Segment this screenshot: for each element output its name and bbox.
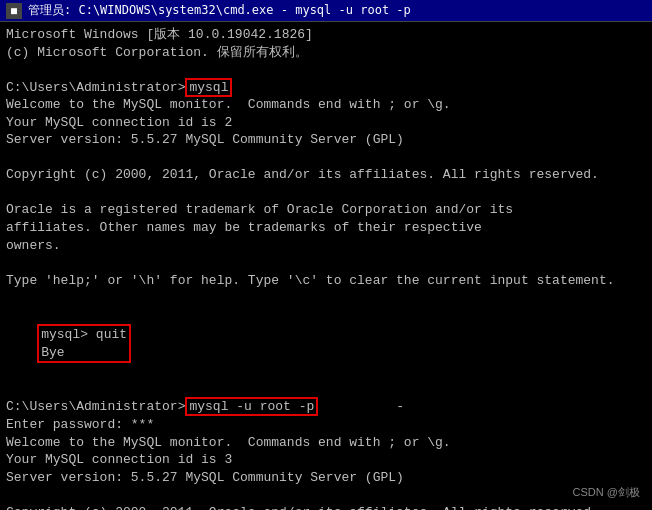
line-17-block: mysql> quitBye: [6, 307, 646, 381]
line-5: Welcome to the MySQL monitor. Commands e…: [6, 96, 646, 114]
title-bar: ■ 管理员: C:\WINDOWS\system32\cmd.exe - mys…: [0, 0, 652, 22]
cmd-mysql-u-root-highlight: mysql -u root -p: [185, 397, 318, 416]
line-3: [6, 61, 646, 79]
line-24: [6, 486, 646, 504]
title-text: 管理员: C:\WINDOWS\system32\cmd.exe - mysql…: [28, 2, 646, 19]
line-19: C:\Users\Administrator>mysql -u root -p …: [6, 398, 646, 416]
line-20: Enter password: ***: [6, 416, 646, 434]
line-25: Copyright (c) 2000, 2011, Oracle and/or …: [6, 504, 646, 510]
line-11: Oracle is a registered trademark of Orac…: [6, 201, 646, 219]
line-18: [6, 381, 646, 399]
line-10: [6, 184, 646, 202]
line-7: Server version: 5.5.27 MySQL Community S…: [6, 131, 646, 149]
line-21: Welcome to the MySQL monitor. Commands e…: [6, 434, 646, 452]
line-22: Your MySQL connection id is 3: [6, 451, 646, 469]
line-9: Copyright (c) 2000, 2011, Oracle and/or …: [6, 166, 646, 184]
line-6: Your MySQL connection id is 2: [6, 114, 646, 132]
line-8: [6, 149, 646, 167]
line-1: Microsoft Windows [版本 10.0.19042.1826]: [6, 26, 646, 44]
line-23: Server version: 5.5.27 MySQL Community S…: [6, 469, 646, 487]
cmd-mysql-highlight: mysql: [185, 78, 232, 97]
line-13: owners.: [6, 237, 646, 255]
line-12: affiliates. Other names may be trademark…: [6, 219, 646, 237]
quit-block: mysql> quitBye: [37, 324, 131, 363]
line-2: (c) Microsoft Corporation. 保留所有权利。: [6, 44, 646, 62]
line-15: Type 'help;' or '\h' for help. Type '\c'…: [6, 272, 646, 290]
line-4: C:\Users\Administrator>mysql: [6, 79, 646, 97]
title-icon: ■: [6, 3, 22, 19]
line-16: [6, 289, 646, 307]
terminal: Microsoft Windows [版本 10.0.19042.1826] (…: [0, 22, 652, 510]
watermark: CSDN @剑极: [573, 485, 640, 500]
line-14: [6, 254, 646, 272]
